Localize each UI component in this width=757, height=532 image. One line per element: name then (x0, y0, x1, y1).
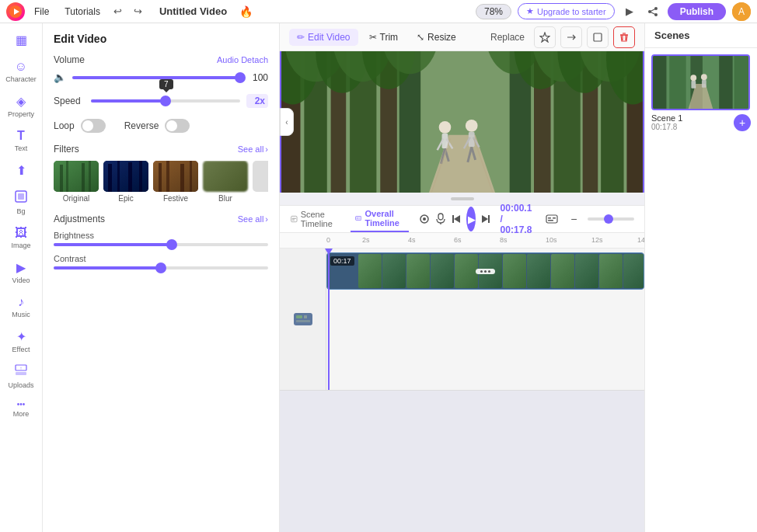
menu-file[interactable]: File (31, 5, 52, 19)
svg-rect-17 (82, 163, 85, 192)
svg-rect-103 (734, 55, 748, 110)
user-avatar[interactable]: A (732, 2, 751, 21)
crop-button[interactable] (587, 26, 609, 48)
sidebar-item-effect[interactable]: ✦ Effect (2, 325, 40, 358)
add-scene-button[interactable]: + (734, 114, 751, 131)
filter-original[interactable]: Original (54, 161, 99, 203)
trim-icon: ✂ (369, 32, 377, 43)
sidebar-item-uploads2[interactable]: ↑ Uploads (2, 360, 40, 394)
brightness-slider[interactable] (54, 243, 268, 246)
sidebar-item-more[interactable]: ••• More (2, 395, 40, 422)
sidebar-item-templates[interactable]: ▦ (2, 28, 40, 54)
svg-rect-89 (553, 217, 556, 219)
flip-button[interactable] (560, 26, 582, 48)
trim-tab[interactable]: ✂ Trim (361, 29, 406, 46)
skip-forward-button[interactable] (480, 208, 491, 230)
undo-button[interactable]: ↩ (110, 3, 127, 20)
scene-1-item[interactable]: Scene 1 00:17.8 + (645, 48, 757, 137)
svg-rect-25 (159, 163, 162, 192)
auto-enhance-button[interactable] (534, 26, 556, 48)
zoom-level[interactable]: 78% (476, 4, 511, 19)
sidebar-item-uploads[interactable]: ⬆ (2, 158, 40, 184)
svg-rect-100 (669, 55, 685, 110)
svg-rect-74 (292, 218, 296, 219)
svg-rect-22 (128, 162, 132, 192)
scene-1-duration: 00:17.8 (651, 123, 682, 131)
ruler-mark-6s: 6s (454, 236, 462, 244)
menu-tutorials[interactable]: Tutorials (61, 5, 103, 19)
character-icon: ☺ (15, 60, 27, 74)
app-logo[interactable] (6, 2, 25, 21)
filter-epic[interactable]: Epic (103, 161, 148, 203)
sidebar-item-music[interactable]: ♪ Music (2, 290, 40, 323)
music-icon: ♪ (18, 295, 24, 309)
loop-toggle-item: Loop (54, 119, 106, 133)
sidebar-item-character[interactable]: ☺ Character (2, 55, 40, 88)
sidebar-item-property[interactable]: ◈ Property (2, 89, 40, 123)
publish-button[interactable]: Publish (668, 3, 726, 20)
speed-slider-track[interactable]: 7 (91, 99, 240, 103)
svg-rect-99 (653, 55, 666, 110)
svg-rect-18 (89, 161, 91, 192)
more-label: More (13, 410, 30, 418)
play-button[interactable]: ▶ (466, 207, 476, 231)
adj-chevron-right-icon: › (265, 214, 268, 224)
preview-button[interactable]: ▶ (621, 3, 638, 20)
svg-line-5 (650, 9, 656, 12)
sidebar-item-text[interactable]: T Text (2, 124, 40, 157)
audio-detach-button[interactable]: Audio Detach (217, 55, 268, 64)
resize-tab[interactable]: ⤡ Resize (409, 29, 464, 46)
zoom-in-button[interactable]: + (637, 208, 644, 230)
more-icon: ••• (17, 400, 26, 409)
edit-video-tab[interactable]: ✏ Edit Video (289, 29, 358, 46)
volume-section-header: Volume Audio Detach (54, 54, 268, 65)
redo-button[interactable]: ↪ (130, 3, 147, 20)
volume-slider-track[interactable] (72, 76, 240, 79)
filters-see-all[interactable]: See all › (238, 144, 268, 154)
zoom-slider[interactable] (588, 217, 634, 221)
skip-back-button[interactable] (451, 208, 462, 230)
video-canvas[interactable]: Made with Animaker (280, 51, 644, 193)
speed-label: Speed (54, 96, 85, 106)
replace-button[interactable]: Replace (490, 32, 525, 43)
delete-button[interactable] (613, 26, 635, 48)
zoom-out-button[interactable]: − (563, 208, 584, 230)
timeline-clip[interactable]: 00:17 (326, 252, 644, 290)
reverse-toggle[interactable] (165, 119, 190, 133)
filter-more[interactable]: › (253, 161, 268, 203)
mic-button[interactable] (435, 208, 446, 230)
sidebar-item-image[interactable]: 🖼 Image (2, 221, 40, 254)
sidebar-item-video[interactable]: ▶ Video (2, 256, 40, 289)
text-label: Text (15, 144, 28, 152)
loop-toggle[interactable] (81, 119, 106, 133)
music-label: Music (12, 311, 30, 318)
collapse-panel-button[interactable]: ‹ (280, 108, 294, 136)
svg-line-6 (650, 12, 656, 15)
svg-rect-15 (60, 165, 63, 192)
filter-thumb-original (54, 161, 99, 192)
property-label: Property (8, 110, 34, 118)
record-button[interactable] (418, 208, 431, 230)
loop-label: Loop (54, 120, 75, 131)
filters-header: Filters See all › (54, 144, 268, 155)
contrast-slider[interactable] (54, 266, 268, 269)
video-icon: ▶ (16, 260, 26, 275)
filter-festive[interactable]: Festive (153, 161, 198, 203)
timeline-track-area[interactable]: 00:17 (280, 249, 644, 390)
adjustments-see-all[interactable]: See all › (238, 214, 268, 224)
edit-video-icon: ✏ (297, 32, 305, 43)
overall-timeline-tab[interactable]: Overall Timeline (351, 206, 408, 232)
caption-button[interactable] (546, 208, 558, 230)
svg-point-104 (690, 75, 696, 81)
upgrade-button[interactable]: ★ Upgrade to starter (518, 3, 615, 19)
svg-rect-81 (438, 214, 443, 220)
scene-1-name-row: Scene 1 00:17.8 (651, 113, 682, 131)
speed-row: Speed 7 2x (54, 94, 268, 108)
filter-blur[interactable]: Blur (203, 161, 248, 203)
scroll-indicator (280, 193, 644, 205)
scene-timeline-tab[interactable]: Scene Timeline (286, 207, 341, 231)
share-button[interactable] (644, 3, 661, 20)
project-title[interactable]: Untitled Video (153, 5, 233, 17)
sidebar-item-bg[interactable]: Bg (2, 186, 40, 220)
bg-label: Bg (16, 207, 25, 215)
